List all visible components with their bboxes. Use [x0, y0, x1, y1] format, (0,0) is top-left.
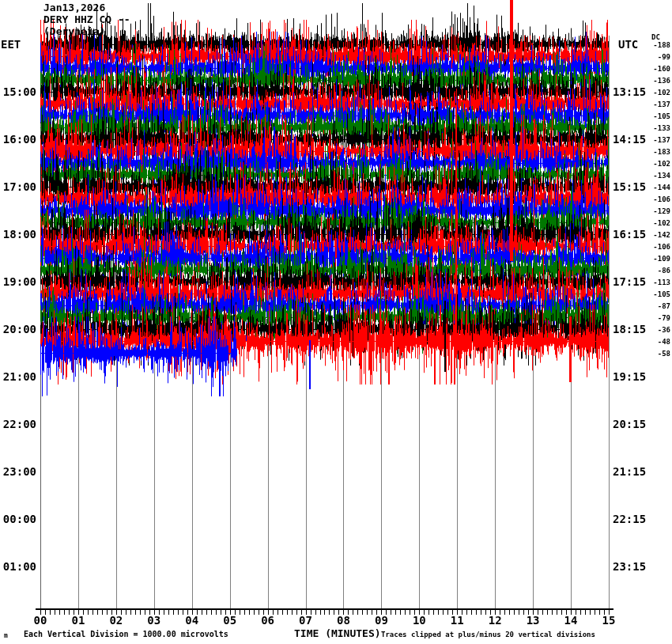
eet-hour-label: 22:00	[0, 419, 36, 430]
dc-offset-value: -105	[637, 112, 670, 120]
minute-tick-label: 14	[555, 614, 587, 627]
minute-tick-label: 06	[252, 614, 284, 627]
eet-hour-label: 17:00	[0, 181, 36, 193]
minute-tick-label: 10	[403, 614, 435, 627]
minute-tick-label: 03	[138, 614, 170, 627]
minute-tick-label: 02	[100, 614, 132, 627]
minute-tick-label: 05	[214, 614, 246, 627]
utc-hour-label: 19:15	[613, 371, 660, 383]
utc-hour-label: 22:15	[613, 513, 660, 525]
dc-offset-value: -36	[637, 326, 670, 334]
eet-hour-label: 19:00	[0, 276, 36, 288]
scale-note: Each Vertical Division = 1000.00 microvo…	[24, 630, 228, 638]
eet-hour-label: 20:00	[0, 324, 36, 335]
footer-mark-glyph: m	[4, 632, 8, 639]
minute-tick-label: 08	[327, 614, 359, 627]
dc-offset-value: -188	[637, 41, 670, 49]
eet-hour-label: 00:00	[0, 513, 36, 525]
right-timezone-label: UTC	[618, 38, 638, 51]
dc-offset-value: -113	[637, 278, 670, 286]
utc-hour-label: 20:15	[613, 419, 660, 430]
helicorder-plot	[0, 0, 672, 644]
dc-offset-value: -86	[637, 267, 670, 275]
header-station-location: (Deryneia)	[43, 25, 105, 37]
dc-offset-value: -134	[637, 172, 670, 180]
dc-offset-value: -48	[637, 338, 670, 346]
eet-hour-label: 15:00	[0, 86, 36, 98]
minute-tick-label: 12	[479, 614, 511, 627]
minute-tick-label: 15	[593, 614, 625, 627]
eet-hour-label: 01:00	[0, 561, 36, 573]
dc-offset-value: -87	[637, 302, 670, 310]
dc-offset-value: -106	[637, 243, 670, 251]
dc-offset-value: -58	[637, 350, 670, 358]
dc-offset-value: -142	[637, 231, 670, 239]
eet-hour-label: 21:00	[0, 371, 36, 383]
minute-tick-label: 11	[441, 614, 473, 627]
dc-offset-value: -102	[637, 160, 670, 168]
dc-offset-value: -129	[637, 207, 670, 215]
minute-tick-label: 09	[365, 614, 397, 627]
minute-tick-label: 01	[62, 614, 94, 627]
dc-offset-value: -137	[637, 100, 670, 108]
dc-offset-value: -183	[637, 148, 670, 156]
minute-tick-label: 00	[25, 614, 56, 627]
utc-hour-label: 23:15	[613, 561, 660, 573]
dc-offset-value: -144	[637, 184, 670, 191]
time-axis-title: TIME (MINUTES)	[294, 627, 381, 639]
dc-offset-value: -99	[637, 53, 670, 61]
dc-offset-value: -160	[637, 65, 670, 73]
dc-offset-value: -102	[637, 219, 670, 227]
clip-note: Traces clipped at plus/minus 20 vertical…	[381, 631, 595, 638]
eet-hour-label: 23:00	[0, 466, 36, 478]
header-date: Jan13,2026	[43, 2, 105, 13]
minute-tick-label: 07	[290, 614, 322, 627]
helicorder-page: Jan13,2026 DERY HHZ CQ -- (Deryneia) EET…	[0, 0, 672, 644]
dc-offset-value: -136	[637, 77, 670, 85]
left-timezone-label: EET	[1, 38, 21, 51]
dc-offset-value: -79	[637, 314, 670, 322]
dc-offset-header: DC	[651, 33, 660, 41]
minute-tick-label: 04	[176, 614, 208, 627]
dc-offset-value: -106	[637, 195, 670, 203]
dc-offset-value: -137	[637, 136, 670, 144]
utc-hour-label: 21:15	[613, 466, 660, 478]
dc-offset-value: -109	[637, 255, 670, 263]
dc-offset-value: -105	[637, 290, 670, 298]
eet-hour-label: 18:00	[0, 229, 36, 241]
header-station-code: DERY HHZ CQ --	[43, 13, 130, 25]
dc-offset-value: -133	[637, 124, 670, 132]
eet-hour-label: 16:00	[0, 134, 36, 146]
dc-offset-value: -102	[637, 89, 670, 97]
minute-tick-label: 13	[517, 614, 549, 627]
